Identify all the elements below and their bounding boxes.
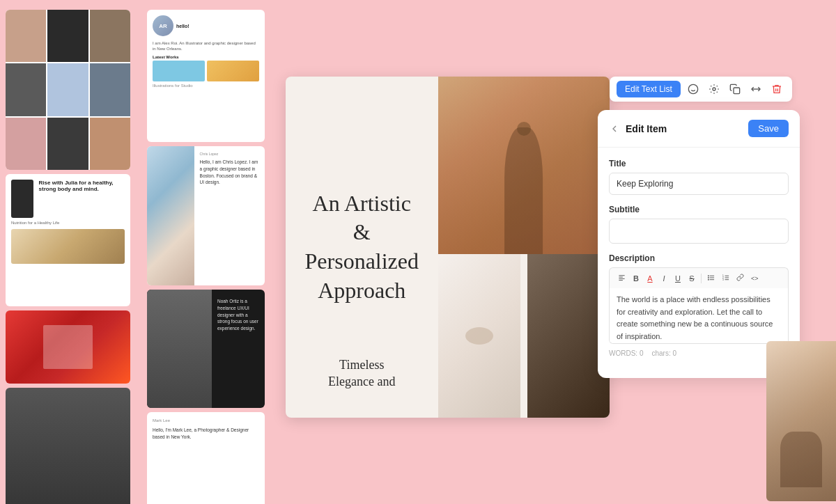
svg-rect-6 xyxy=(619,275,624,276)
photo-cell-6 xyxy=(90,63,130,116)
photo-cell-9 xyxy=(90,118,130,170)
svg-point-0 xyxy=(688,84,697,93)
svg-point-12 xyxy=(708,277,709,278)
art-card[interactable] xyxy=(6,310,130,384)
description-field-group: Description B A I U S xyxy=(609,253,789,357)
svg-point-10 xyxy=(708,275,709,276)
photo-cell-2 xyxy=(47,10,88,62)
art-decoration xyxy=(6,310,130,384)
toolbar: Edit Text List xyxy=(610,77,792,102)
canvas-right-panel xyxy=(438,77,610,418)
works-label: Latest Works xyxy=(153,55,259,59)
couple-silhouette xyxy=(780,432,822,487)
svg-rect-8 xyxy=(619,278,624,279)
description-textarea[interactable]: The world is a place with endless possib… xyxy=(609,288,789,344)
subtitle-field-group: Subtitle xyxy=(609,205,789,244)
edit-panel: Edit Item Save Title Subtitle Descriptio… xyxy=(598,110,800,378)
mark-lee-card[interactable]: Mark Lee Hello, I'm Mark Lee, a Photogra… xyxy=(147,412,265,504)
blog-card[interactable]: Rise with Julia for a healthy, strong bo… xyxy=(6,174,130,306)
smiley-icon xyxy=(688,84,699,95)
char-count: chars: 0 xyxy=(651,349,676,357)
edit-text-list-button[interactable]: Edit Text List xyxy=(617,81,681,97)
right-edge-image xyxy=(766,341,836,501)
chris-lopez-card[interactable]: Chris Lopez Hello, I am Chris Lopez. I a… xyxy=(147,146,265,285)
photo-cell-1 xyxy=(6,10,46,62)
alex-roi-greeting: hello! xyxy=(176,24,189,29)
svg-rect-17 xyxy=(725,278,729,278)
ol-icon: 1 2 3 xyxy=(722,274,729,281)
photo-cell-3 xyxy=(90,10,130,62)
blog-title: Rise with Julia for a healthy, strong bo… xyxy=(39,180,125,192)
underline-button[interactable]: U xyxy=(672,273,684,284)
chris-bio: Hello, I am Chris Lopez. I am a graphic … xyxy=(200,159,259,186)
alex-roi-bio: I am Alex Roi. An Illustrator and graphi… xyxy=(153,40,259,52)
photo-cell-7 xyxy=(6,118,46,170)
back-arrow-icon xyxy=(609,123,620,134)
link-icon xyxy=(736,274,744,281)
link-button[interactable] xyxy=(734,272,747,284)
canvas-title: An Artistic & Personalized Approach xyxy=(305,189,419,305)
bold-button[interactable]: B xyxy=(630,273,642,284)
noah-photo xyxy=(147,290,212,408)
italic-button[interactable]: I xyxy=(658,273,670,284)
color-button[interactable]: A xyxy=(644,273,656,284)
noah-bio: Noah Ortiz is a freelance UX/UI designer… xyxy=(217,298,259,332)
photo-cell-8 xyxy=(47,118,88,170)
emoji-button[interactable] xyxy=(685,81,702,97)
blog-avatar xyxy=(11,180,33,218)
title-field-group: Title xyxy=(609,159,789,195)
duplicate-icon xyxy=(729,84,741,95)
svg-rect-16 xyxy=(725,276,729,276)
ul-button[interactable] xyxy=(704,272,718,284)
mid-column: AR hello! I am Alex Roi. An Illustrator … xyxy=(141,0,270,504)
panel-header: Edit Item Save xyxy=(598,110,800,148)
align-left-icon xyxy=(618,274,626,281)
delete-button[interactable] xyxy=(768,81,785,97)
align-left-button[interactable] xyxy=(615,272,628,284)
svg-point-14 xyxy=(708,279,709,281)
blog-subtitle: Nutrition for a Healthy Life xyxy=(11,221,125,225)
gear-icon xyxy=(709,84,720,95)
canvas-top-image xyxy=(438,77,610,254)
strikethrough-button[interactable]: S xyxy=(686,273,698,284)
svg-rect-11 xyxy=(710,276,714,276)
subtitle-input[interactable] xyxy=(609,219,789,244)
ol-button[interactable]: 1 2 3 xyxy=(719,272,732,284)
ul-icon xyxy=(707,274,715,281)
code-button[interactable]: <> xyxy=(748,274,761,283)
svg-rect-4 xyxy=(734,88,740,94)
main-canvas: An Artistic & Personalized Approach xyxy=(286,77,610,418)
panel-save-button[interactable]: Save xyxy=(748,120,789,137)
settings-button[interactable] xyxy=(706,81,722,97)
panel-back-button[interactable] xyxy=(609,123,620,134)
svg-point-3 xyxy=(713,88,715,90)
chris-label: Chris Lopez xyxy=(200,152,259,156)
noah-card[interactable]: Noah Ortiz is a freelance UX/UI designer… xyxy=(147,290,265,408)
photo-grid-card[interactable] xyxy=(6,10,130,170)
move-icon xyxy=(750,84,761,95)
subtitle-field-label: Subtitle xyxy=(609,205,789,214)
mark-bio: Hello, I'm Mark Lee, a Photographer & De… xyxy=(153,427,259,441)
work-img-2 xyxy=(207,61,259,81)
description-field-label: Description xyxy=(609,253,789,263)
word-count: WORDS: 0 xyxy=(609,349,643,357)
move-button[interactable] xyxy=(748,81,764,97)
works-sub: Illustrations for Studio xyxy=(153,84,259,88)
description-footer: WORDS: 0 chars: 0 xyxy=(609,349,789,357)
svg-rect-18 xyxy=(725,279,729,280)
alex-roi-avatar: AR xyxy=(153,15,173,36)
blog-food-image xyxy=(11,229,125,264)
duplicate-button[interactable] xyxy=(727,81,743,97)
description-toolbar: B A I U S 1 2 xyxy=(609,267,789,288)
alex-roi-card[interactable]: AR hello! I am Alex Roi. An Illustrator … xyxy=(147,10,265,142)
svg-rect-7 xyxy=(619,277,623,278)
art-white-element xyxy=(43,325,93,369)
mark-label: Mark Lee xyxy=(153,418,259,424)
trash-icon xyxy=(771,84,782,95)
svg-rect-15 xyxy=(710,279,714,280)
svg-text:3: 3 xyxy=(722,278,724,281)
photo-cell-4 xyxy=(6,63,46,116)
fashion-card[interactable]: LATEST SUMMER COLLECTION xyxy=(6,388,130,504)
title-input[interactable] xyxy=(609,173,789,195)
chris-photo-grid xyxy=(147,146,194,285)
